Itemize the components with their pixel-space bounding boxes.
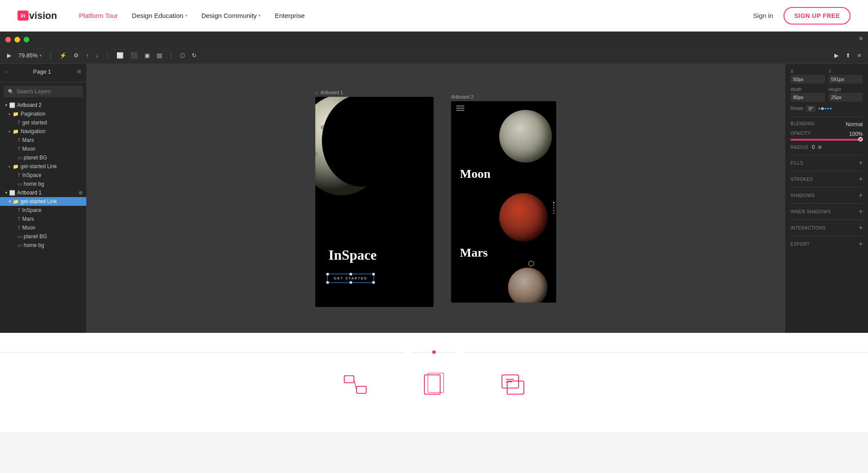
sidebar-back-icon[interactable]: ‹ <box>5 68 7 75</box>
artboard1[interactable]: InSpace GET STARTED <box>315 97 434 307</box>
get-started-btn[interactable]: GET STARTED <box>327 274 374 283</box>
text-icon: T <box>18 208 21 213</box>
divider-left <box>0 352 403 353</box>
close-button[interactable] <box>5 37 11 42</box>
layer-inspace-ab2[interactable]: T InSpace <box>0 171 86 180</box>
layer-pagination[interactable]: ▸ 📁 Pagination <box>0 109 86 118</box>
strokes-add-button[interactable]: + <box>859 176 863 183</box>
handle-tm <box>349 273 352 275</box>
blending-value[interactable]: Normal <box>846 121 863 127</box>
search-input[interactable]: Search Layers <box>17 88 50 95</box>
opacity-bar[interactable] <box>790 139 863 141</box>
layer-home-bg-ab1[interactable]: ▭ home bg <box>0 241 86 250</box>
export-icon[interactable]: ⬆ <box>844 51 852 60</box>
search-box[interactable]: 🔍 Search Layers <box>4 86 83 97</box>
text-icon: T <box>18 138 21 143</box>
share-icon[interactable]: ⬡ <box>178 51 187 60</box>
layer-artboard1[interactable]: ▾ ⬜ Artboard 1 ⊕ <box>0 188 86 197</box>
layer-mars-ab2[interactable]: T Mars <box>0 136 86 145</box>
height-label: Height <box>829 87 863 92</box>
rotate-label: Rotate <box>790 106 803 111</box>
frame4-icon[interactable]: ▤ <box>155 51 164 60</box>
rect-icon: ▭ <box>18 181 22 187</box>
zoom-value[interactable]: 79.85% ▾ <box>17 51 43 60</box>
opacity-value[interactable]: 100% <box>849 131 863 137</box>
layer-mars-ab1[interactable]: T Mars <box>0 215 86 223</box>
zoom-chevron: ▾ <box>39 53 42 58</box>
nav-design-community[interactable]: Design Community ▾ <box>201 12 261 19</box>
get-started-selected[interactable]: GET STARTED <box>327 274 374 283</box>
layer-moon-ab1[interactable]: T Moon <box>0 223 86 232</box>
layer-inspace-ab1[interactable]: T InSpace <box>0 206 86 215</box>
grid-icon[interactable]: ⊞ <box>77 69 81 74</box>
lightning-icon[interactable]: ⚡ <box>58 51 68 60</box>
svg-point-2 <box>315 97 385 195</box>
refresh-icon[interactable]: ↻ <box>190 51 198 60</box>
height-value[interactable]: 25px <box>829 93 863 102</box>
svg-rect-9 <box>428 373 444 392</box>
frame-icon[interactable]: ⬜ <box>115 51 125 60</box>
radius-row: Radius 0 <box>790 144 863 150</box>
canvas[interactable]: ⌂ Artboard 1 <box>87 64 785 333</box>
width-value[interactable]: 80px <box>790 93 825 102</box>
artboard-icon: ⬜ <box>9 190 15 196</box>
text-icon: T <box>18 173 21 178</box>
artboard1-options[interactable]: ⊕ <box>78 190 83 196</box>
layer-moon-ab2[interactable]: T Moon <box>0 145 86 153</box>
select-tool[interactable]: ▶ <box>5 51 13 60</box>
chevron-down-icon: ▾ <box>258 13 261 18</box>
x-value[interactable]: 50px <box>790 75 825 84</box>
maximize-button[interactable] <box>24 37 29 42</box>
screens-svg <box>421 371 447 398</box>
settings-icon[interactable]: ⚙ <box>72 51 81 60</box>
nav-right: Sign in SIGN UP FREE <box>753 7 850 25</box>
y-value[interactable]: 591px <box>829 75 863 84</box>
frame3-icon[interactable]: ▣ <box>143 51 152 60</box>
ab2-mars-label: Mars <box>460 246 488 260</box>
divider-short-1 <box>412 352 430 353</box>
comment-icon <box>500 371 526 402</box>
nav-platform-tour[interactable]: Platform Tour <box>79 12 118 19</box>
page-title: Page 1 <box>33 68 51 75</box>
sign-up-button[interactable]: SIGN UP FREE <box>783 7 850 25</box>
app-body: ‹ Page 1 ⊞ 🔍 Search Layers ▾ ⬜ Artboard … <box>0 64 868 333</box>
inner-shadows-add-button[interactable]: + <box>859 208 863 215</box>
lock-icon[interactable] <box>859 37 863 40</box>
radius-value[interactable]: 0 <box>812 144 815 150</box>
layer-planet-bg-ab2[interactable]: ▭ planet BG <box>0 153 86 162</box>
frame2-icon[interactable]: ⬛ <box>129 51 139 60</box>
down-arrow-icon[interactable]: ↓ <box>94 51 101 60</box>
nav-enterprise[interactable]: Enterprise <box>275 12 304 19</box>
logo[interactable]: in vision <box>18 10 57 21</box>
shadows-add-button[interactable]: + <box>859 192 863 199</box>
screens-icon <box>421 371 447 402</box>
rotate-dot-4 <box>830 108 832 109</box>
hamburger-line-3 <box>456 110 464 111</box>
hamburger-menu[interactable] <box>456 106 464 111</box>
text-icon: T <box>18 146 21 152</box>
artboard2[interactable]: Moon Mars <box>451 101 556 303</box>
group-icon: 📁 <box>13 199 19 205</box>
layer-planet-bg-ab1[interactable]: ▭ planet BG <box>0 232 86 241</box>
layer-artboard2[interactable]: ▾ ⬜ Artboard 2 <box>0 101 86 109</box>
layer-navigation[interactable]: ▸ 📁 Navigation <box>0 127 86 136</box>
sign-in-button[interactable]: Sign in <box>753 12 773 19</box>
export-add-button[interactable]: + <box>859 240 863 247</box>
play-button[interactable]: ▶ <box>833 51 840 60</box>
layer-home-bg-ab2[interactable]: ▭ home bg <box>0 180 86 188</box>
arrow-icon[interactable]: ↑ <box>84 51 91 60</box>
panel-divider-2 <box>790 155 863 155</box>
minimize-button[interactable] <box>14 37 20 42</box>
layer-get-started-text[interactable]: T get started <box>0 118 86 127</box>
align-icon[interactable]: ≡ <box>856 51 863 60</box>
chevron-down-icon: ▾ <box>185 13 187 18</box>
rotate-value[interactable]: 0° <box>806 105 816 112</box>
opacity-handle[interactable] <box>858 137 863 141</box>
nav-design-education[interactable]: Design Education ▾ <box>132 12 187 19</box>
interactions-add-button[interactable]: + <box>859 224 863 231</box>
fills-add-button[interactable]: + <box>859 159 863 166</box>
logo-box: in <box>18 11 28 21</box>
layer-get-started-link-ab1[interactable]: ▾ 📁 get-started Link <box>0 197 86 206</box>
layer-get-started-link-ab2[interactable]: ▸ 📁 get-started Link <box>0 162 86 171</box>
opacity-fill <box>790 139 863 141</box>
